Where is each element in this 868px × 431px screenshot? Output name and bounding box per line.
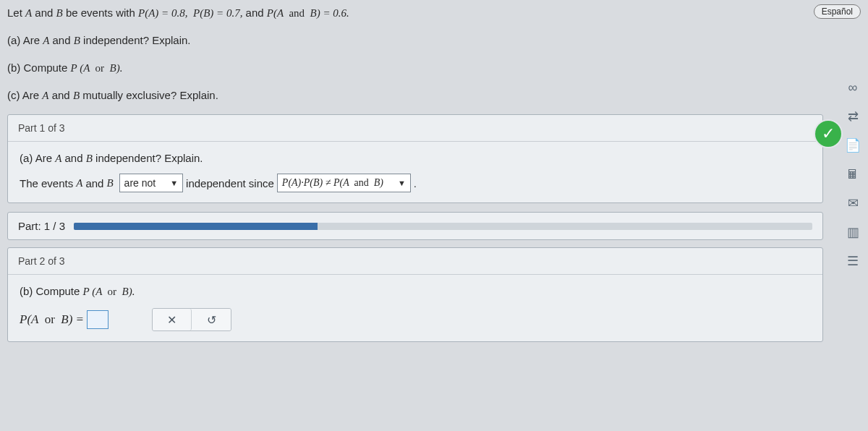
dropdown-are-not[interactable]: are not ▼	[119, 174, 183, 192]
doc-icon[interactable]: 📄	[843, 136, 862, 155]
text: Let	[7, 7, 25, 19]
var-A: A	[76, 177, 82, 189]
answer-input[interactable]	[87, 310, 109, 329]
part1-question: (a) Are A and B independent? Explain.	[20, 152, 811, 165]
shuffle-icon[interactable]: ⇄	[843, 107, 862, 126]
text: and	[85, 177, 103, 189]
var-B: B	[56, 7, 63, 19]
text: .	[414, 177, 417, 189]
main-content: Let A and B be events with P(A) = 0.8, P…	[7, 4, 823, 342]
progress-fill	[74, 223, 318, 230]
calc-icon[interactable]: 🖩	[843, 165, 862, 184]
text: and	[242, 7, 266, 19]
var-A: A	[55, 153, 61, 164]
progress-label: Part: 1 / 3	[18, 220, 65, 232]
text: independent? Explain.	[80, 34, 191, 46]
part1-answer-row: The events A and B are not ▼ independent…	[20, 174, 811, 192]
text: independent since	[186, 177, 274, 189]
check-icon: ✓	[822, 124, 835, 143]
text: (b) Compute	[7, 61, 71, 74]
part2-header: Part 2 of 3	[8, 248, 822, 275]
math: P (A or B).	[83, 286, 135, 297]
text: and	[32, 7, 56, 19]
part2-question: (b) Compute P (A or B).	[20, 285, 811, 298]
var-B: B	[106, 177, 113, 189]
var-A: A	[43, 35, 49, 46]
text: be events with	[63, 7, 138, 19]
dropdown-value: P(A)·P(B) ≠ P(A and B)	[282, 177, 383, 189]
undo-button[interactable]: ↺	[192, 309, 231, 330]
var-A: A	[42, 90, 48, 101]
undo-icon: ↺	[207, 313, 216, 327]
var-A: A	[25, 7, 32, 19]
part1-header: Part 1 of 3	[8, 115, 822, 142]
var-B: B	[73, 90, 80, 101]
chevron-down-icon: ▼	[398, 179, 406, 187]
math-lhs: P(A or B) =	[20, 312, 84, 327]
clear-button[interactable]: ✕	[153, 309, 192, 330]
mail-icon[interactable]: ✉	[843, 194, 862, 213]
list-icon[interactable]: ☰	[843, 252, 862, 270]
progress-bar-container: Part: 1 / 3	[7, 212, 823, 240]
math: P(A and B) = 0.6.	[267, 7, 349, 19]
text: (a) Are	[7, 34, 43, 46]
part2-card: Part 2 of 3 (b) Compute P (A or B). P(A …	[7, 247, 823, 342]
tool-sidebar: ∞ ⇄ 📄 🖩 ✉ ▥ ☰	[843, 78, 862, 270]
text: (a) Are	[20, 152, 55, 164]
text: (b) Compute	[20, 285, 83, 297]
close-icon: ✕	[167, 313, 176, 327]
var-B: B	[74, 35, 80, 46]
text: and	[49, 34, 73, 46]
problem-statement: Let A and B be events with P(A) = 0.8, P…	[7, 4, 823, 22]
chevron-down-icon: ▼	[170, 179, 178, 187]
correct-badge: ✓	[815, 121, 841, 147]
text: independent? Explain.	[93, 152, 203, 164]
input-tool-group: ✕ ↺	[152, 308, 231, 331]
math: P (A or B).	[71, 62, 123, 74]
progress-track	[74, 223, 812, 230]
part1-card: ✓ Part 1 of 3 (a) Are A and B independen…	[7, 114, 823, 203]
question-a: (a) Are A and B independent? Explain.	[7, 32, 823, 49]
text: and	[61, 152, 85, 164]
text: and	[49, 89, 73, 101]
text: (c) Are	[7, 89, 42, 101]
math: P(A) = 0.8, P(B) = 0.7,	[138, 7, 242, 19]
part2-answer-row: P(A or B) = ✕ ↺	[20, 308, 811, 331]
question-b: (b) Compute P (A or B).	[7, 59, 823, 77]
text: The events	[20, 177, 73, 189]
text: mutually exclusive? Explain.	[80, 89, 218, 101]
loop-icon[interactable]: ∞	[843, 78, 862, 97]
var-B: B	[86, 153, 93, 164]
bars-icon[interactable]: ▥	[843, 223, 862, 242]
question-c: (c) Are A and B mutually exclusive? Expl…	[7, 87, 823, 104]
dropdown-reason[interactable]: P(A)·P(B) ≠ P(A and B) ▼	[277, 174, 411, 192]
dropdown-value: are not	[124, 177, 156, 189]
